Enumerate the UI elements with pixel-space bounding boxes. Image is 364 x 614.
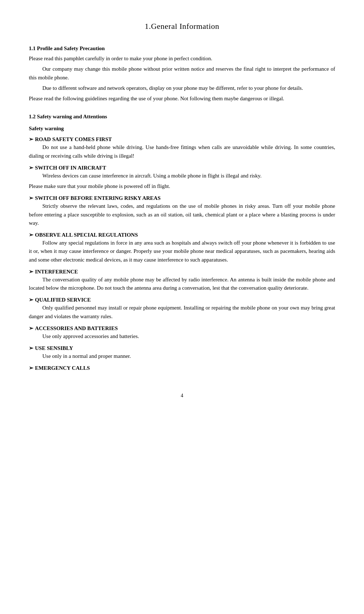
bullet-accessories-heading: ➢ ACCESSORIES AND BATTERIES	[29, 325, 335, 332]
bullet-interference-para-1: The conversation quality of any mobile p…	[29, 276, 335, 293]
bullet-qualified-service: ➢ QUALIFIED SERVICE Only qualified perso…	[29, 297, 335, 321]
bullet-aircraft-heading: ➢ SWITCH OFF IN AIRCRAFT	[29, 165, 335, 171]
bullet-arrow-icon-6: ➢	[29, 297, 34, 303]
bullet-arrow-icon-9: ➢	[29, 365, 34, 371]
section-1-2-heading: 1.2 Safety warning and Attentions	[29, 114, 335, 120]
page-title: 1.General Information	[29, 22, 335, 31]
bullet-special-regs-title: OBSERVE ALL SPECIAL REGULATIONS	[35, 232, 138, 238]
section-1-1-para-4: Please read the following guidelines reg…	[29, 95, 335, 103]
bullet-emergency-calls: ➢ EMERGENCY CALLS	[29, 365, 335, 371]
bullet-interference: ➢ INTERFERENCE The conversation quality …	[29, 268, 335, 293]
bullet-road-safety-title: ROAD SAFETY COMES FIRST	[35, 136, 112, 142]
bullet-accessories: ➢ ACCESSORIES AND BATTERIES Use only app…	[29, 325, 335, 341]
bullet-emergency-calls-heading: ➢ EMERGENCY CALLS	[29, 365, 335, 371]
section-1-1-para-3: Due to different software and network op…	[29, 84, 335, 92]
bullet-road-safety: ➢ ROAD SAFETY COMES FIRST Do not use a h…	[29, 136, 335, 160]
bullet-arrow-icon-7: ➢	[29, 325, 34, 332]
bullet-aircraft-para-1: Wireless devices can cause interference …	[29, 172, 335, 180]
bullet-risky-areas-para-1: Strictly observe the relevant laws, code…	[29, 202, 335, 227]
bullet-special-regs: ➢ OBSERVE ALL SPECIAL REGULATIONS Follow…	[29, 232, 335, 264]
section-1-1-para-1: Please read this pamphlet carefully in o…	[29, 54, 335, 63]
bullet-aircraft: ➢ SWITCH OFF IN AIRCRAFT Wireless device…	[29, 165, 335, 191]
bullet-use-sensibly: ➢ USE SENSIBLY Use only in a normal and …	[29, 345, 335, 360]
bullet-risky-areas-title: SWITCH OFF BEFORE ENTERING RISKY AREAS	[35, 195, 161, 201]
bullet-qualified-service-para-1: Only qualified personnel may install or …	[29, 304, 335, 321]
bullet-arrow-icon-2: ➢	[29, 165, 34, 171]
bullet-arrow-icon-3: ➢	[29, 195, 34, 201]
bullet-arrow-icon: ➢	[29, 136, 34, 142]
bullet-aircraft-title: SWITCH OFF IN AIRCRAFT	[35, 165, 106, 171]
bullet-emergency-calls-title: EMERGENCY CALLS	[35, 365, 90, 371]
bullet-arrow-icon-8: ➢	[29, 345, 34, 351]
section-1-1-para-2: Our company may change this mobile phone…	[29, 65, 335, 82]
bullet-road-safety-heading: ➢ ROAD SAFETY COMES FIRST	[29, 136, 335, 142]
bullet-accessories-title: ACCESSORIES AND BATTERIES	[35, 325, 118, 332]
bullet-arrow-icon-4: ➢	[29, 232, 34, 238]
bullet-special-regs-para-1: Follow any special regulations in force …	[29, 239, 335, 264]
bullet-risky-areas-heading: ➢ SWITCH OFF BEFORE ENTERING RISKY AREAS	[29, 195, 335, 201]
bullet-interference-heading: ➢ INTERFERENCE	[29, 268, 335, 275]
bullet-special-regs-heading: ➢ OBSERVE ALL SPECIAL REGULATIONS	[29, 232, 335, 238]
safety-warning-label: Safety warning	[29, 126, 335, 132]
bullet-use-sensibly-para-1: Use only in a normal and proper manner.	[29, 352, 335, 360]
bullet-use-sensibly-heading: ➢ USE SENSIBLY	[29, 345, 335, 351]
bullet-accessories-para-1: Use only approved accessories and batter…	[29, 332, 335, 341]
section-1-1: 1.1 Profile and Safety Precaution Please…	[29, 45, 335, 103]
section-1-1-heading: 1.1 Profile and Safety Precaution	[29, 45, 335, 52]
bullet-risky-areas: ➢ SWITCH OFF BEFORE ENTERING RISKY AREAS…	[29, 195, 335, 227]
bullet-qualified-service-title: QUALIFIED SERVICE	[35, 297, 91, 303]
page-number: 4	[29, 393, 335, 399]
bullet-aircraft-para-2: Please make sure that your mobile phone …	[29, 182, 335, 190]
bullet-arrow-icon-5: ➢	[29, 268, 34, 275]
bullet-road-safety-para-1: Do not use a hand-held phone while drivi…	[29, 143, 335, 160]
section-1-2: 1.2 Safety warning and Attentions Safety…	[29, 114, 335, 371]
bullet-interference-title: INTERFERENCE	[35, 269, 78, 275]
bullet-qualified-service-heading: ➢ QUALIFIED SERVICE	[29, 297, 335, 303]
bullet-use-sensibly-title: USE SENSIBLY	[35, 345, 73, 351]
